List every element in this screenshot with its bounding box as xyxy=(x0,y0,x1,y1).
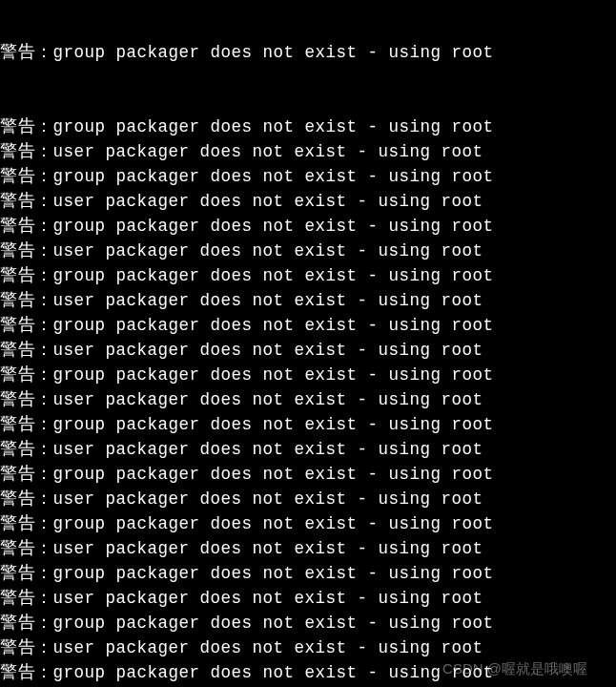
warning-line: 警告：group packager does not exist - using… xyxy=(0,561,616,586)
warning-line: 警告：user packager does not exist - using … xyxy=(0,487,616,511)
warning-line: 警告：group packager does not exist - using… xyxy=(0,214,616,239)
warning-line: 警告：group packager does not exist - using… xyxy=(0,114,616,139)
warning-line: 警告：user packager does not exist - using … xyxy=(0,139,616,164)
warning-line: 警告：group packager does not exist - using… xyxy=(0,363,616,387)
warning-line: 警告：user packager does not exist - using … xyxy=(0,635,616,660)
warning-line: 警告：user packager does not exist - using … xyxy=(0,338,616,363)
warning-line: 警告：user packager does not exist - using … xyxy=(0,387,616,412)
warning-line: 警告：group packager does not exist - using… xyxy=(0,660,616,685)
warning-line: 警告：group packager does not exist - using… xyxy=(0,412,616,437)
warning-line: 警告：user packager does not exist - using … xyxy=(0,437,616,462)
warning-line: 警告：group packager does not exist - using… xyxy=(0,40,616,65)
warning-line: 警告：group packager does not exist - using… xyxy=(0,462,616,487)
warning-line: 警告：group packager does not exist - using… xyxy=(0,313,616,338)
warning-line: 警告：user packager does not exist - using … xyxy=(0,536,616,561)
warning-line: 警告：group packager does not exist - using… xyxy=(0,164,616,189)
warning-line: 警告：user packager does not exist - using … xyxy=(0,586,616,611)
warning-line: 警告：user packager does not exist - using … xyxy=(0,239,616,263)
warning-line: 警告：group packager does not exist - using… xyxy=(0,611,616,635)
warning-line: 警告：user packager does not exist - using … xyxy=(0,288,616,313)
terminal-output: 警告：group packager does not exist - using… xyxy=(0,0,616,687)
warning-line: 警告：user packager does not exist - using … xyxy=(0,189,616,214)
warning-line: 警告：group packager does not exist - using… xyxy=(0,263,616,288)
warning-line: 警告：group packager does not exist - using… xyxy=(0,511,616,536)
